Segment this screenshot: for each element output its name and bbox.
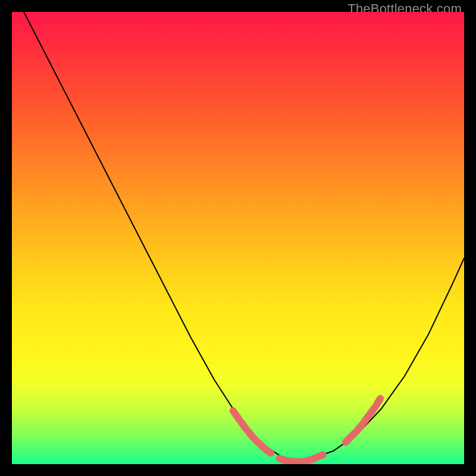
right-slope-pink-bead (369, 407, 375, 414)
chart-frame: TheBottleneck.com (0, 0, 476, 476)
curve-svg (12, 12, 464, 464)
valley-pink-bead (318, 455, 323, 456)
left-slope-pink-bead (241, 422, 246, 430)
right-slope-pink-bead (377, 399, 380, 405)
left-slope-pink-bead (268, 451, 271, 453)
left-slope-pink-bead (233, 411, 240, 419)
highlight-segments (233, 399, 380, 462)
plot-area (12, 12, 464, 464)
bottleneck-curve (24, 12, 464, 462)
right-slope-pink-bead (364, 416, 368, 423)
